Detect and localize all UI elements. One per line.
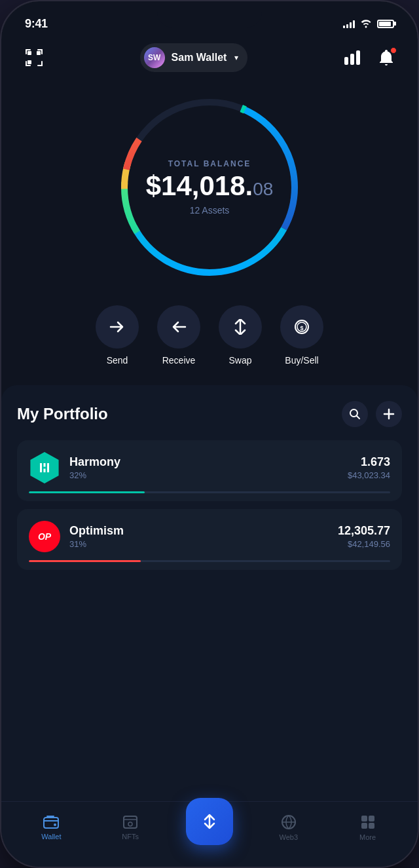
- swap-icon: [233, 319, 247, 335]
- bottom-nav: Wallet NFTs: [1, 801, 418, 867]
- status-icons: [343, 19, 394, 28]
- optimism-amount: 12,305.77: [338, 524, 390, 538]
- svg-rect-28: [44, 818, 58, 828]
- svg-rect-13: [356, 50, 360, 65]
- balance-assets: 12 Assets: [144, 205, 275, 216]
- svg-rect-10: [27, 60, 31, 64]
- battery-icon: [377, 20, 394, 28]
- notification-badge: [390, 47, 397, 54]
- balance-whole: $14,018.: [146, 170, 253, 201]
- status-time: 9:41: [25, 17, 48, 31]
- svg-rect-3: [41, 49, 43, 54]
- sidebar-item-more[interactable]: More: [328, 814, 407, 841]
- harmony-progress-bar: [29, 491, 145, 493]
- harmony-usd: $43,023.34: [348, 470, 390, 480]
- actions-section: Send Receive Swap: [1, 299, 418, 385]
- nft-icon: [122, 815, 138, 829]
- harmony-bar-container: [29, 491, 390, 493]
- harmony-icon: [29, 452, 60, 483]
- phone-frame: 9:41: [0, 0, 419, 868]
- balance-ring: TOTAL BALANCE $14,018.08 12 Assets: [111, 89, 308, 286]
- send-label: Send: [107, 355, 128, 366]
- svg-rect-12: [350, 54, 354, 65]
- optimism-name: Optimism: [69, 524, 329, 538]
- search-icon: [349, 408, 361, 420]
- scanner-button[interactable]: [20, 43, 48, 72]
- chart-icon: [344, 50, 360, 65]
- svg-rect-1: [26, 49, 27, 54]
- sidebar-item-swap-center[interactable]: [170, 811, 249, 845]
- wallet-name: Sam Wallet: [172, 52, 227, 64]
- sidebar-item-nfts[interactable]: NFTs: [91, 815, 170, 840]
- svg-rect-5: [26, 61, 27, 66]
- notification-button[interactable]: [373, 45, 399, 71]
- buysell-button[interactable]: $: [280, 305, 323, 349]
- portfolio-actions: [342, 401, 402, 427]
- svg-point-31: [128, 822, 132, 826]
- swap-action[interactable]: Swap: [219, 305, 262, 366]
- portfolio-title: My Portfolio: [17, 405, 108, 423]
- add-button[interactable]: [376, 401, 402, 427]
- more-nav-label: More: [359, 833, 376, 841]
- nfts-nav-label: NFTs: [122, 833, 139, 840]
- asset-list: Harmony 32% 1.673 $43,023.34: [17, 440, 402, 801]
- optimism-usd: $42,149.56: [338, 539, 390, 549]
- wallet-icon: [43, 815, 59, 829]
- svg-rect-36: [369, 823, 374, 829]
- chart-button[interactable]: [339, 45, 365, 71]
- swap-center-icon: [200, 812, 219, 831]
- swap-button[interactable]: [219, 305, 262, 349]
- harmony-amount: 1.673: [348, 455, 390, 469]
- phone-screen: 9:41: [1, 1, 418, 867]
- swap-label: Swap: [228, 355, 251, 366]
- scanner-icon: [24, 48, 44, 67]
- header-right: [339, 45, 399, 71]
- buysell-label: Buy/Sell: [285, 355, 318, 366]
- chevron-down-icon: ▾: [234, 53, 238, 62]
- receive-button[interactable]: [157, 305, 200, 349]
- optimism-icon: OP: [29, 521, 60, 552]
- optimism-percent: 31%: [69, 539, 329, 549]
- balance-amount: $14,018.08: [144, 172, 275, 200]
- web3-nav-label: Web3: [280, 833, 299, 841]
- send-button[interactable]: [96, 305, 139, 349]
- send-icon: [109, 320, 125, 333]
- list-item[interactable]: Harmony 32% 1.673 $43,023.34: [17, 440, 402, 501]
- svg-rect-8: [27, 51, 31, 55]
- portfolio-section: My Portfolio: [1, 385, 418, 801]
- balance-label: TOTAL BALANCE: [144, 159, 275, 168]
- wifi-icon: [360, 19, 372, 28]
- optimism-progress-bar: [29, 560, 141, 562]
- sidebar-item-web3[interactable]: Web3: [249, 814, 328, 841]
- harmony-name: Harmony: [69, 455, 338, 469]
- balance-info: TOTAL BALANCE $14,018.08 12 Assets: [144, 159, 275, 216]
- send-action[interactable]: Send: [96, 305, 139, 366]
- wallet-nav-label: Wallet: [41, 833, 61, 840]
- more-icon: [360, 814, 376, 830]
- avatar: SW: [144, 47, 165, 68]
- sidebar-item-wallet[interactable]: Wallet: [12, 815, 91, 840]
- balance-section: TOTAL BALANCE $14,018.08 12 Assets: [1, 83, 418, 299]
- notch: [157, 1, 262, 28]
- wallet-selector[interactable]: SW Sam Wallet ▾: [140, 43, 248, 72]
- receive-icon: [171, 320, 187, 333]
- svg-rect-35: [361, 823, 367, 829]
- list-item[interactable]: OP Optimism 31% 12,305.77 $42,149.56: [17, 509, 402, 570]
- svg-rect-34: [369, 816, 374, 821]
- svg-rect-9: [37, 51, 41, 55]
- signal-icon: [343, 19, 355, 28]
- optimism-bar-container: [29, 560, 390, 562]
- buysell-icon: $: [294, 319, 310, 335]
- buysell-action[interactable]: $ Buy/Sell: [280, 305, 323, 366]
- swap-center-button[interactable]: [186, 798, 233, 845]
- header: SW Sam Wallet ▾: [1, 37, 418, 83]
- receive-action[interactable]: Receive: [157, 305, 200, 366]
- harmony-percent: 32%: [69, 470, 338, 480]
- balance-cents: 08: [253, 179, 273, 199]
- svg-rect-7: [41, 61, 43, 66]
- web3-icon: [281, 814, 297, 830]
- search-button[interactable]: [342, 401, 368, 427]
- svg-point-29: [54, 823, 56, 826]
- plus-icon: [383, 408, 395, 420]
- svg-rect-33: [361, 816, 367, 821]
